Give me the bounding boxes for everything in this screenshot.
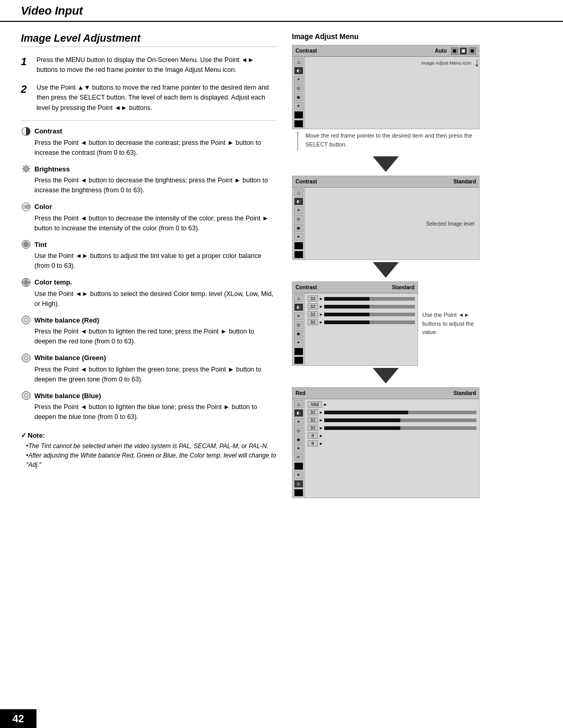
feature-contrast-header: Contrast (21, 126, 276, 137)
menu4-si-6: ✦ (294, 445, 303, 452)
pointer-annotation-text: Move the red frame pointer to the desire… (305, 131, 480, 153)
slider-1-bar (324, 297, 415, 301)
menu1-topbar-icons: ▣ ▣ ▣ (451, 47, 476, 55)
sidebar-icon-black2 (294, 120, 303, 128)
menu4-slider-row-1: 32 ► (308, 409, 476, 416)
sidebar-icon-6: ✦ (294, 102, 303, 110)
menu4-si-3: ☀ (294, 418, 303, 426)
svg-marker-35 (373, 262, 399, 278)
menu3-topbar: Contrast Standard (292, 282, 418, 293)
svg-line-9 (23, 171, 24, 172)
menu4-arrow-right-0[interactable]: ► (323, 402, 327, 407)
menu4-arrow-right-5[interactable]: ► (319, 441, 323, 446)
menu4-body: △ ◐ ☀ ◎ ◉ ✦ ✏ ✦ ◎ (292, 399, 479, 498)
feature-wb-red-title: White balance (Red) (34, 316, 99, 324)
feature-wb-red-header: White balance (Red) (21, 315, 276, 325)
menu-mockup-3: Contrast Standard △ ◐ ☀ ◎ ◉ ✦ (292, 281, 418, 366)
feature-color-temp: Color temp. Use the Point ◄► buttons to … (21, 277, 276, 309)
slider-1-value: 32 (308, 295, 318, 302)
note-section: Note: •The Tint cannot be selected when … (21, 431, 276, 470)
menu2-topbar: Contrast Standard (292, 176, 479, 188)
sidebar-icon-5: ◉ (294, 93, 303, 101)
menu3-topbar-right: Standard (392, 285, 414, 290)
slider-2-arrow-right[interactable]: ► (319, 304, 323, 309)
slider-3-bar (324, 313, 415, 316)
menu4-slider-5-value: 8 (308, 440, 318, 447)
menu3-si-1: △ (294, 294, 303, 302)
svg-point-14 (23, 242, 29, 247)
menu4-si-9: ✦ (294, 471, 303, 479)
image-adjust-menu-title: Image Adjust Menu (292, 32, 480, 41)
menu3-topbar-left: Contrast (296, 285, 317, 290)
slider-1-arrow-right[interactable]: ► (319, 297, 323, 301)
menu4-slider-row-5: 8 ► (308, 440, 476, 447)
menu3-sidebar: △ ◐ ☀ ◎ ◉ ✦ (292, 293, 305, 365)
menu3-si-2: ◐ (294, 303, 303, 311)
slider-4-arrow-right[interactable]: ► (319, 320, 323, 325)
menu4-arrow-right-4[interactable]: ► (319, 434, 323, 438)
color-temp-icon (21, 277, 31, 288)
menu3-si-5: ◉ (294, 330, 303, 338)
menu3-si-6: ✦ (294, 339, 303, 347)
arrow-down-1 (292, 156, 480, 174)
wb-blue-icon (21, 390, 31, 401)
menu4-si-black (294, 462, 303, 470)
color-icon (21, 202, 31, 212)
slider-3-arrow-right[interactable]: ► (319, 312, 323, 317)
menu2-annotation: Selected Image level (426, 221, 476, 227)
slider-4-bar (324, 320, 415, 324)
feature-color-temp-title: Color temp. (34, 278, 72, 286)
menu4-arrow-right-1[interactable]: ► (319, 410, 323, 415)
menu2-si-4: ◎ (294, 215, 303, 223)
svg-marker-31 (475, 65, 478, 67)
menu1-sidebar: △ ◐ ☀ ◎ ◉ ✦ (292, 57, 305, 129)
menu4-arrow-right-2[interactable]: ► (319, 418, 323, 423)
feature-wb-blue-title: White balance (Blue) (34, 392, 101, 400)
arrow-down-2 (292, 262, 480, 279)
menu4-slider-mid: Mid ► (308, 401, 476, 408)
feature-brightness: Brightness Press the Point ◄ button to d… (21, 164, 276, 195)
menu4-sidebar: △ ◐ ☀ ◎ ◉ ✦ ✏ ✦ ◎ (292, 399, 305, 498)
menu4-main: Mid ► 32 ► 32 ► (305, 399, 479, 498)
menu1-icon-3: ▣ (469, 47, 476, 55)
menu4-si-10: ◎ (294, 480, 303, 488)
slider-3-value: 32 (308, 311, 318, 317)
menu2-si-black (294, 242, 303, 250)
menu2-si-black2 (294, 251, 303, 258)
menu2-si-2: ◐ (294, 198, 303, 205)
svg-line-7 (28, 171, 29, 172)
feature-brightness-desc: Press the Point ◄ button to decrease the… (34, 176, 276, 195)
menu4-arrow-right-3[interactable]: ► (319, 426, 323, 430)
tint-icon (21, 239, 31, 250)
menu4-slider-1-bar (324, 411, 476, 414)
svg-line-8 (28, 166, 29, 167)
menu1-topbar-left: Contrast (296, 48, 317, 54)
feature-tint-title: Tint (34, 241, 47, 249)
menu4-si-11 (294, 489, 303, 497)
wb-red-icon (21, 315, 31, 325)
slider-row-4: 32 ► (308, 318, 415, 326)
menu3-si-black (294, 348, 303, 355)
feature-color-title: Color (34, 203, 52, 211)
slider-2-bar (324, 305, 415, 309)
feature-color-temp-desc: Use the Point ◄► buttons to select the d… (34, 289, 276, 309)
page: Video Input Image Level Adjustment 1 Pre… (0, 0, 563, 728)
menu2-sidebar: △ ◐ ☀ ◎ ◉ ✦ (292, 188, 305, 260)
sidebar-icon-2: ◐ (294, 67, 303, 75)
slider-2-value: 32 (308, 303, 318, 310)
feature-color-desc: Press the Point ◄ button to decrease the… (34, 214, 276, 233)
feature-contrast: Contrast Press the Point ◄ button to dec… (21, 126, 276, 158)
menu1-topbar-right: Auto (435, 48, 447, 54)
page-number: 42 (0, 709, 36, 728)
feature-wb-green-title: White balance (Green) (34, 354, 106, 362)
feature-wb-green: White balance (Green) Press the Point ◄ … (21, 353, 276, 385)
left-column: Image Level Adjustment 1 Press the MENU … (21, 32, 276, 500)
slider-row-2: 32 ► (308, 303, 415, 310)
svg-point-1 (23, 166, 29, 171)
feature-wb-red: White balance (Red) Press the Point ◄ bu… (21, 315, 276, 347)
menu2-si-5: ◉ (294, 224, 303, 232)
slider-4-value: 32 (308, 319, 318, 325)
brightness-icon (21, 164, 31, 174)
pointer-annotation: Move the red frame pointer to the desire… (292, 131, 480, 153)
feature-wb-red-desc: Press the Point ◄ button to lighten the … (34, 327, 276, 347)
